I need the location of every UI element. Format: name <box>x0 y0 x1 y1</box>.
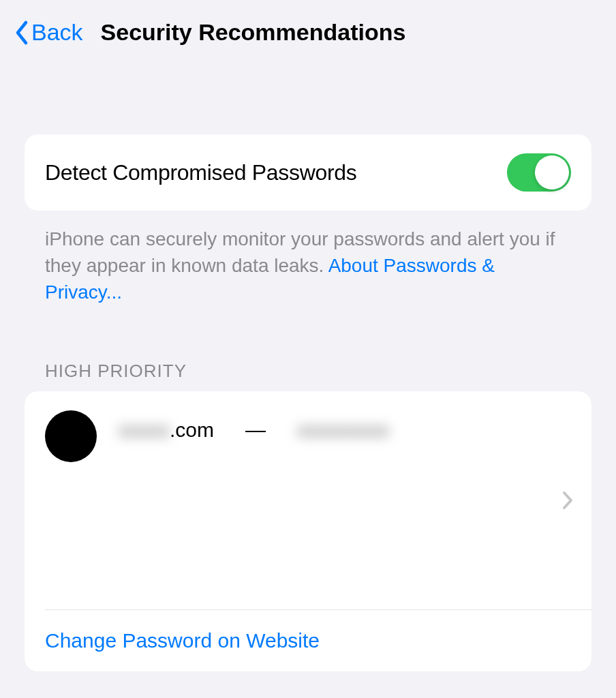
chevron-right-icon <box>561 490 574 511</box>
chevron-left-icon <box>14 20 30 46</box>
nav-bar: Back Security Recommendations <box>0 0 616 46</box>
password-info: xxxxx.com — xxxxxxxxx <box>119 419 389 442</box>
detect-compromised-card: Detect Compromised Passwords <box>25 134 591 211</box>
toggle-knob <box>535 155 569 189</box>
password-entry-row[interactable]: xxxxx.com — xxxxxxxxx <box>25 391 591 609</box>
page-title: Security Recommendations <box>101 19 406 46</box>
change-password-link: Change Password on Website <box>45 629 320 652</box>
account-blurred: xxxxxxxxx <box>297 419 389 442</box>
high-priority-header: HIGH PRIORITY <box>25 361 591 391</box>
domain-suffix: .com <box>170 419 214 441</box>
entry-separator: — <box>245 419 266 442</box>
site-avatar <box>45 410 97 462</box>
domain-text: xxxxx.com <box>119 419 214 442</box>
detect-toggle[interactable] <box>507 153 571 192</box>
back-button[interactable]: Back <box>14 19 83 46</box>
detect-description: iPhone can securely monitor your passwor… <box>25 226 591 306</box>
priority-card: xxxxx.com — xxxxxxxxx Change Password on… <box>25 391 591 671</box>
content: Detect Compromised Passwords iPhone can … <box>0 134 616 671</box>
domain-prefix-blurred: xxxxx <box>119 419 170 442</box>
detect-toggle-label: Detect Compromised Passwords <box>45 160 357 185</box>
change-password-row[interactable]: Change Password on Website <box>25 610 591 671</box>
back-label: Back <box>31 19 83 46</box>
